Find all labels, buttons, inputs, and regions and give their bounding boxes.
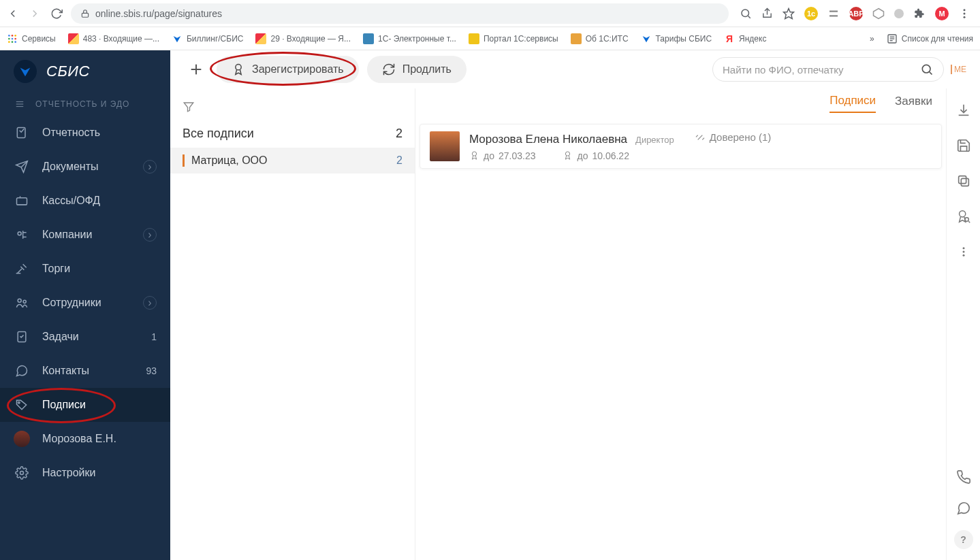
bookmark-item-5[interactable]: Портал 1С:сервисы [469,33,558,44]
report-icon [14,126,30,139]
person-role: Директор [635,135,674,145]
chat-icon[interactable] [954,499,973,518]
ext-icon-4[interactable] [872,7,885,20]
sidebar-item-reports[interactable]: Отчетность [0,116,170,150]
mail-icon [68,33,79,44]
brand-row[interactable]: СБИС [0,50,170,93]
badge-count: 93 [146,365,157,376]
cert-1: до 27.03.23 [469,150,535,161]
bookmark-item-1[interactable]: 483 · Входящие —... [68,33,159,44]
bookmark-item-7[interactable]: Тарифы СБИС [641,33,712,44]
cash-icon [14,194,30,208]
phone-icon[interactable] [954,467,973,487]
person-name: Морозова Елена Николаевна [469,133,627,146]
ext-icon-2[interactable] [827,7,840,20]
sidebar-item-cash[interactable]: Кассы/ОФД [0,184,170,218]
filter-button[interactable] [170,94,415,120]
svg-point-32 [18,401,20,403]
heading-count: 2 [396,127,402,141]
bookmarks-overflow[interactable]: » [870,34,874,44]
bookmark-item-6[interactable]: Об 1С:ИТС [571,33,629,44]
help-button[interactable]: ? [954,530,973,549]
reading-list[interactable]: Список для чтения [887,33,973,44]
sidebar-item-companies[interactable]: Компании › [0,218,170,252]
app-icon [571,33,582,44]
gear-icon [14,466,30,480]
bookmark-item-4[interactable]: 1С- Электронные т... [363,33,456,44]
ext-icon-6[interactable]: M [935,7,949,20]
sidebar-item-auctions[interactable]: Торги [0,252,170,286]
sidebar-item-user[interactable]: Морозова Е.Н. [0,422,170,456]
menu-icon [14,99,26,109]
list-heading[interactable]: Все подписи 2 [170,120,415,148]
chat-icon [14,364,30,378]
me-indicator[interactable]: МЕ [951,65,966,74]
svg-point-9 [14,35,16,37]
menu-icon[interactable] [958,7,970,20]
svg-point-41 [566,152,570,156]
url-text: online.sbis.ru/page/signatures [95,8,222,19]
badge-count: 1 [151,331,157,342]
chevron-right-icon: › [143,296,157,310]
share-icon[interactable] [761,7,773,19]
lock-icon [80,9,90,18]
star-icon[interactable] [783,7,795,20]
avatar [430,131,460,161]
search-placeholder: Найти по ФИО, отпечатку [723,64,844,76]
list-item[interactable]: Матрица, ООО 2 [170,148,415,174]
sidebar-item-tasks[interactable]: Задачи 1 [0,320,170,354]
zoom-icon[interactable] [740,7,752,20]
gavel-icon [14,262,30,276]
save-icon[interactable] [954,136,973,155]
bookmark-item-8[interactable]: ЯЯндекс [724,33,766,44]
ext-icon-5[interactable] [894,9,904,18]
cert-search-icon[interactable] [954,207,973,226]
forward-button[interactable] [27,6,42,21]
sidebar-item-signatures[interactable]: Подписи [0,388,170,422]
bookmark-apps[interactable]: Сервисы [7,33,56,44]
ext-icon-3[interactable]: ABP [849,7,863,20]
bookmark-item-2[interactable]: Биллинг/СБИС [172,33,243,44]
detail-column: Подписи Заявки Морозова Елена Николаевна… [415,88,980,560]
extensions-icon[interactable] [913,7,926,20]
bookmark-label: Сервисы [22,34,56,44]
svg-rect-0 [82,13,88,17]
active-marker [183,154,185,167]
search-icon [920,63,934,76]
more-icon[interactable] [954,242,973,261]
bookmark-item-3[interactable]: 29 · Входящие — Я... [255,33,351,44]
url-bar[interactable]: online.sbis.ru/page/signatures [71,3,729,24]
extend-button[interactable]: Продлить [367,56,467,83]
add-button[interactable] [184,57,208,82]
list-item-count: 2 [396,154,402,167]
signature-card[interactable]: Морозова Елена Николаевна Директор Довер… [420,124,942,169]
bookmarks-bar: Сервисы 483 · Входящие —... Биллинг/СБИС… [0,27,980,50]
sidebar-item-employees[interactable]: Сотрудники › [0,286,170,320]
sidebar-item-settings[interactable]: Настройки [0,456,170,490]
list-icon [887,33,898,44]
search-input[interactable]: Найти по ФИО, отпечатку [712,57,944,82]
svg-rect-43 [961,178,968,186]
sidebar-item-documents[interactable]: Документы › [0,150,170,184]
company-icon [14,228,30,242]
list-item-label: Матрица, ООО [191,154,268,167]
reload-button[interactable] [49,6,64,21]
back-button[interactable] [5,6,20,21]
tab-requests[interactable]: Заявки [895,95,932,112]
avatar-icon [14,431,30,447]
download-icon[interactable] [954,101,973,120]
sbis-icon [172,33,183,44]
sidebar-item-contacts[interactable]: Контакты 93 [0,354,170,388]
svg-point-46 [964,218,968,222]
ribbon-icon [232,63,245,76]
tab-signatures[interactable]: Подписи [829,94,876,113]
svg-line-38 [930,72,932,75]
copy-icon[interactable] [954,171,973,191]
svg-point-10 [8,37,10,39]
sidebar-section[interactable]: ОТЧЕТНОСТЬ И ЭДО [0,93,170,116]
register-button[interactable]: Зарегистрировать [217,56,359,83]
svg-marker-3 [874,8,884,18]
ext-icon-1[interactable]: 1c [804,7,818,20]
sbis-icon [641,33,652,44]
trust-indicator[interactable]: Доверено (1) [695,131,772,143]
